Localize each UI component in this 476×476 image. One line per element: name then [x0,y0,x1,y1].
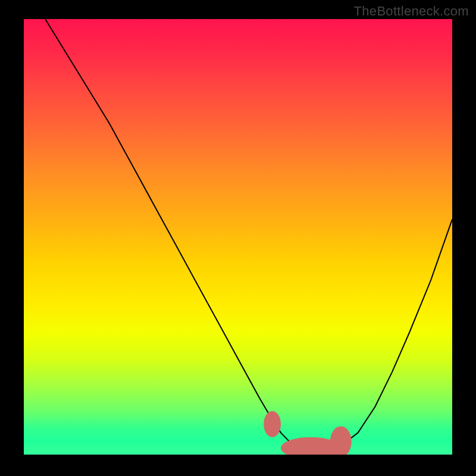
watermark-text: TheBottleneck.com [354,4,469,19]
chart-svg [24,19,452,455]
marker-group [264,411,352,455]
plot-area [24,19,452,455]
blob-right [330,426,352,455]
chart-frame: TheBottleneck.com [0,0,476,476]
blob-left [264,411,281,437]
curve-line [45,19,452,450]
